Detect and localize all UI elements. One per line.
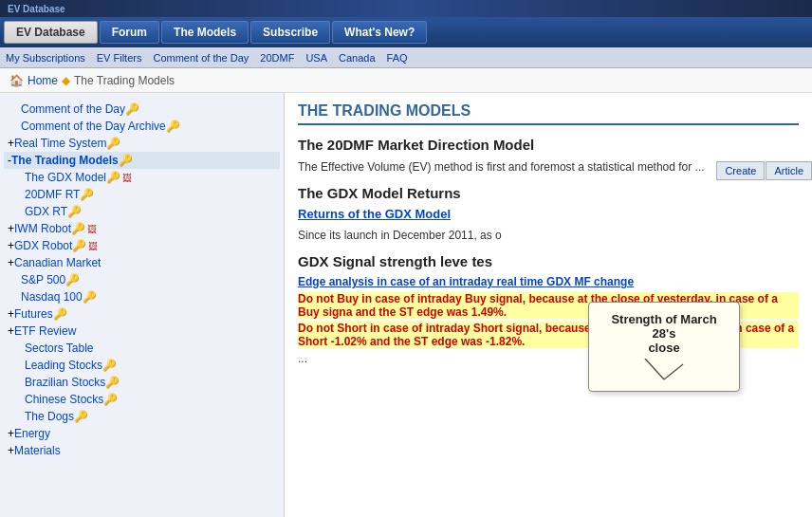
key-icon-4: 🔑 xyxy=(119,154,133,167)
sidebar-item-etf-review[interactable]: + ETF Review xyxy=(4,323,280,340)
tooltip-line2: close xyxy=(602,341,726,355)
key-icon-8: 🔑 xyxy=(71,222,85,235)
site-logo-text: EV Database xyxy=(8,4,65,14)
sidebar-item-chinese-stocks[interactable]: Chinese Stocks 🔑 xyxy=(4,391,280,408)
sub-nav-20dmf[interactable]: 20DMF xyxy=(260,52,294,64)
section2-text: Since its launch in December 2011, as o xyxy=(298,227,799,244)
expander-ca[interactable]: + xyxy=(8,256,14,269)
sidebar-item-real-time-system[interactable]: + Real Time System 🔑 xyxy=(4,135,280,152)
sidebar-item-gdx-robot[interactable]: + GDX Robot 🔑 🖼 xyxy=(4,237,280,254)
nav-tab-subscribe[interactable]: Subscribe xyxy=(250,21,330,44)
section1-text: The Effective Volume (EV) method is firs… xyxy=(298,158,799,175)
edge-analysis-label: Edge analysis in case of an intraday rea… xyxy=(298,275,799,288)
expander-futures[interactable]: + xyxy=(8,307,14,321)
sidebar-item-energy[interactable]: + Energy xyxy=(4,425,280,442)
key-icon-6: 🔑 xyxy=(80,188,94,201)
svg-line-1 xyxy=(664,364,683,379)
nav-tab-the-models[interactable]: The Models xyxy=(161,21,249,44)
sidebar-item-comment-of-day[interactable]: Comment of the Day 🔑 xyxy=(4,101,280,118)
key-icon-5: 🔑 xyxy=(106,171,120,184)
home-icon: 🏠 xyxy=(9,74,24,87)
section1-title: The 20DMF Market Direction Model xyxy=(298,137,799,153)
breadcrumb-separator: ◆ xyxy=(62,74,70,87)
main-nav: EV Database Forum The Models Subscribe W… xyxy=(0,17,812,47)
highlight2-prefix: Do not Short in case of intraday Short s… xyxy=(298,322,542,335)
sidebar-item-trading-models[interactable]: - The Trading Models 🔑 xyxy=(4,152,280,169)
section2-subtitle[interactable]: Returns of the GDX Model xyxy=(298,207,799,221)
sidebar-item-comment-archive[interactable]: Comment of the Day Archive 🔑 xyxy=(4,118,280,135)
sidebar-item-brazilian-stocks[interactable]: Brazilian Stocks 🔑 xyxy=(4,374,280,391)
sidebar-item-sectors-table[interactable]: Sectors Table xyxy=(4,340,280,357)
svg-line-0 xyxy=(645,359,664,379)
nav-tab-ev-database[interactable]: EV Database xyxy=(4,21,98,44)
key-icon-11: 🔑 xyxy=(83,290,97,304)
key-icon-13: 🔑 xyxy=(102,359,117,372)
key-icon-2: 🔑 xyxy=(166,120,180,133)
sidebar-item-gdx-rt[interactable]: GDX RT 🔑 xyxy=(4,203,280,220)
content-area: THE TRADING MODELS The 20DMF Market Dire… xyxy=(285,93,812,517)
expander-etf[interactable]: + xyxy=(8,324,14,338)
expander-energy[interactable]: + xyxy=(8,427,14,440)
sidebar-item-leading-stocks[interactable]: Leading Stocks 🔑 xyxy=(4,357,280,374)
tooltip-callout: Strength of March 28's close xyxy=(588,302,740,392)
key-icon-14: 🔑 xyxy=(105,376,120,389)
sidebar-item-the-dogs[interactable]: The Dogs 🔑 xyxy=(4,408,280,425)
sub-nav-faq[interactable]: FAQ xyxy=(387,52,408,64)
expander-materials[interactable]: + xyxy=(8,444,14,457)
sidebar-item-iwm-robot[interactable]: + IWM Robot 🔑 🖼 xyxy=(4,220,280,237)
sidebar-item-materials[interactable]: + Materials xyxy=(4,442,280,459)
breadcrumb: 🏠 Home ◆ The Trading Models xyxy=(0,68,812,93)
sub-nav: My Subscriptions EV Filters Comment of t… xyxy=(0,47,812,68)
key-icon-9: 🔑 xyxy=(72,239,86,252)
expander-iwm[interactable]: + xyxy=(8,222,14,235)
tooltip-line1: Strength of March 28's xyxy=(602,312,726,341)
highlight1-prefix: Do not Buy in case of intraday Buy signa… xyxy=(298,292,526,305)
img-icon-2: 🖼 xyxy=(87,224,97,234)
sidebar-item-canadian-market[interactable]: + Canadian Market xyxy=(4,254,280,271)
page-title: THE TRADING MODELS xyxy=(298,102,799,125)
section3-title: GDX Signal strength leve tes xyxy=(298,253,799,269)
sub-nav-ev-filters[interactable]: EV Filters xyxy=(97,52,142,64)
sidebar-item-sp500[interactable]: S&P 500 🔑 xyxy=(4,271,280,288)
key-icon-15: 🔑 xyxy=(103,393,118,406)
sidebar: Comment of the Day 🔑 Comment of the Day … xyxy=(0,93,285,517)
key-icon-3: 🔑 xyxy=(106,137,120,150)
img-icon-3: 🖼 xyxy=(88,241,98,251)
sidebar-item-gdx-model[interactable]: The GDX Model 🔑 🖼 xyxy=(4,169,280,186)
nav-tab-forum[interactable]: Forum xyxy=(100,21,159,44)
sub-nav-my-subscriptions[interactable]: My Subscriptions xyxy=(6,52,85,64)
img-icon: 🖼 xyxy=(122,173,132,183)
sidebar-item-20dmf-rt[interactable]: 20DMF RT 🔑 xyxy=(4,186,280,203)
key-icon-12: 🔑 xyxy=(53,307,67,321)
section2-title: The GDX Model Returns xyxy=(298,185,799,201)
key-icon-7: 🔑 xyxy=(67,205,82,218)
sidebar-item-nasdaq100[interactable]: Nasdaq 100 🔑 xyxy=(4,288,280,305)
key-icon: 🔑 xyxy=(125,102,139,116)
sidebar-item-futures[interactable]: + Futures 🔑 xyxy=(4,305,280,323)
sub-nav-canada[interactable]: Canada xyxy=(339,52,376,64)
sub-nav-comment-of-day[interactable]: Comment of the Day xyxy=(153,52,249,64)
expander-rts[interactable]: + xyxy=(8,137,14,150)
breadcrumb-current: The Trading Models xyxy=(74,74,175,87)
key-icon-10: 🔑 xyxy=(65,273,80,286)
tooltip-arrow xyxy=(636,359,692,381)
key-icon-16: 🔑 xyxy=(74,410,88,423)
nav-tab-whats-new[interactable]: What's New? xyxy=(332,21,427,44)
expander-gdx[interactable]: + xyxy=(8,239,14,252)
main-layout: Comment of the Day 🔑 Comment of the Day … xyxy=(0,93,812,517)
sub-nav-usa[interactable]: USA xyxy=(305,52,327,64)
breadcrumb-home[interactable]: Home xyxy=(28,74,58,87)
